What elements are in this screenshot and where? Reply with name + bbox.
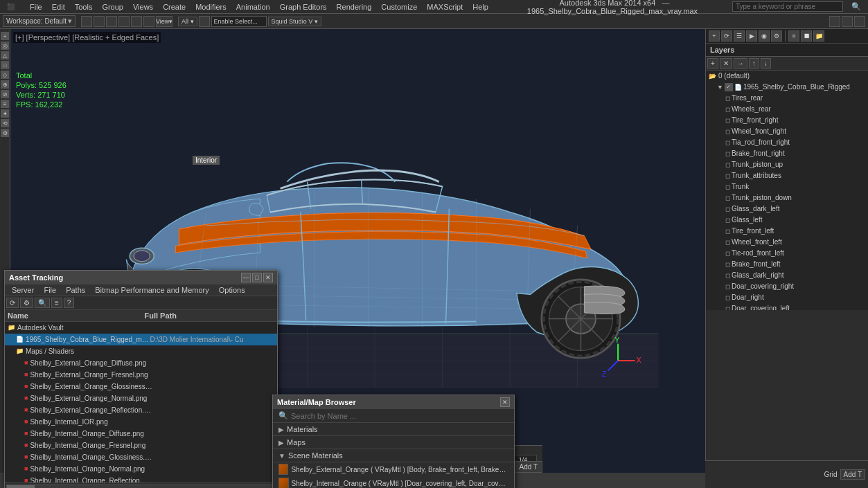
new-layer-button[interactable]: + — [707, 58, 718, 69]
menu-customize[interactable]: Customize — [377, 3, 421, 11]
scene-material-item[interactable]: Shelby_Internal_Orange ( VRayMtl ) [Doar… — [273, 476, 514, 488]
layer-item[interactable]: ◻Wheel_front_left — [706, 237, 868, 248]
move-to-layer-button[interactable]: → — [734, 58, 747, 69]
layer-item[interactable]: ◻Brake_front_left — [706, 259, 868, 270]
left-icon-5[interactable]: ◇ — [1, 71, 9, 79]
motion-icon[interactable]: ▶ — [746, 30, 757, 42]
asset-scroll-track[interactable] — [6, 485, 276, 489]
utilities-icon[interactable]: ⚙ — [771, 30, 782, 42]
asset-menu-bitmap[interactable]: Bitmap Performance and Memory — [91, 285, 213, 295]
display-icon[interactable]: ◉ — [759, 30, 770, 42]
filter-dropdown[interactable]: All ▾ — [178, 17, 197, 26]
left-icon-2[interactable]: ◎ — [1, 42, 9, 50]
layer-item[interactable]: ◻Wheel_front_right — [706, 126, 868, 137]
maps-section[interactable]: ▶ Maps — [273, 436, 514, 449]
material-search-input[interactable] — [291, 412, 508, 420]
layer-item[interactable]: ◻Glass_left — [706, 215, 868, 226]
menu-tools[interactable]: Tools — [71, 3, 97, 11]
asset-menu-options[interactable]: Options — [215, 285, 249, 295]
menu-rendering[interactable]: Rendering — [333, 3, 376, 11]
scene-material-item[interactable]: Shelby_External_Orange ( VRayMtl ) [Body… — [273, 462, 514, 476]
asset-list-item[interactable]: ■ Shelby_Internal_Orange_Glossiness.png — [5, 451, 277, 463]
layer-item[interactable]: ◻Wheels_rear — [706, 104, 868, 115]
menu-animation[interactable]: Animation — [232, 3, 274, 11]
layer-item[interactable]: ◻Brake_front_right — [706, 148, 868, 159]
layer-item[interactable]: ◻Glass_dark_left — [706, 204, 868, 215]
layer-item[interactable]: ◻Tire_front_right — [706, 115, 868, 126]
asset-list-item[interactable]: 📁 Maps / Shaders — [5, 345, 277, 357]
asset-settings-button[interactable]: ⚙ — [20, 298, 33, 308]
menu-maxscript[interactable]: MAXScript — [423, 3, 467, 11]
redo-icon[interactable] — [94, 16, 105, 27]
layer-item[interactable]: ◻Glass_dark_right — [706, 270, 868, 281]
asset-horizontal-scrollbar[interactable] — [5, 482, 277, 488]
layer-item[interactable]: ◻Trunk_attributes — [706, 170, 868, 181]
left-icon-1[interactable]: + — [1, 32, 9, 40]
move-icon[interactable] — [118, 16, 130, 27]
scene-icon[interactable]: 🔲 — [801, 30, 812, 42]
select-icon[interactable] — [106, 16, 117, 27]
left-icon-8[interactable]: ≡ — [1, 100, 9, 108]
undo-icon[interactable] — [81, 16, 92, 27]
asset-menu-paths[interactable]: Paths — [62, 285, 89, 295]
material-close-button[interactable]: ✕ — [500, 397, 510, 407]
layer-item[interactable]: ◻Tia_rod_front_right — [706, 137, 868, 148]
menu-group[interactable]: Group — [98, 3, 127, 11]
menu-graph-editors[interactable]: Graph Editors — [276, 3, 331, 11]
left-icon-3[interactable]: △ — [1, 51, 9, 60]
asset-minimize-button[interactable]: — — [241, 273, 251, 282]
left-icon-6[interactable]: ⊕ — [1, 80, 9, 89]
asset-maximize-button[interactable]: □ — [252, 273, 262, 282]
asset-find-button[interactable]: 🔍 — [35, 298, 50, 308]
layer-item[interactable]: ▼✓📄1965_Shelby_Cobra_Blue_Rigged — [706, 82, 868, 93]
layer-item[interactable]: ◻Trunk_piston_down — [706, 192, 868, 204]
asset-menu-server[interactable]: Server — [8, 285, 38, 295]
select-filter-input[interactable]: Enable Select... — [211, 16, 267, 27]
left-icon-11[interactable]: ⚙ — [1, 129, 9, 137]
modify-icon[interactable]: ⟳ — [721, 30, 732, 42]
asset-options-button[interactable]: ≡ — [51, 298, 62, 308]
delete-layer-button[interactable]: ✕ — [720, 58, 732, 69]
scale-icon[interactable] — [143, 16, 154, 27]
asset-help-button[interactable]: ? — [64, 298, 75, 308]
asset-list-item[interactable]: ■ Shelby_Internal_Orange_Reflection.png — [5, 475, 277, 482]
asset-list-item[interactable]: ■ Shelby_Internal_Orange_Diffuse.png — [5, 428, 277, 440]
layer-item[interactable]: ◻Doar_covering_left — [706, 303, 868, 310]
asset-list-item[interactable]: ■ Shelby_External_Orange_Glossiness.png — [5, 381, 277, 392]
workspace-dropdown[interactable]: Workspace: Default ▾ — [3, 15, 76, 27]
move-up-button[interactable]: ↑ — [749, 58, 759, 69]
layer-item[interactable]: 📂0 (default) — [706, 71, 868, 82]
asset-list-item[interactable]: 📄 1965_Shelby_Cobra_Blue_Rigged_max_vray… — [5, 334, 277, 345]
menu-edit[interactable]: Edit — [48, 3, 69, 11]
asset-close-button[interactable]: ✕ — [263, 273, 273, 282]
layer-item[interactable]: ◻Tire_front_left — [706, 226, 868, 237]
left-icon-4[interactable]: □ — [1, 61, 9, 69]
asset-list-item[interactable]: ■ Shelby_External_Orange_Normal.png — [5, 392, 277, 404]
add-time-button[interactable]: Add T — [515, 461, 543, 473]
menu-modifiers[interactable]: Modifiers — [191, 3, 231, 11]
menu-help[interactable]: Help — [468, 3, 493, 11]
asset-refresh-button[interactable]: ⟳ — [6, 298, 19, 308]
layer-item[interactable]: ◻Trunk — [706, 181, 868, 192]
filter-icon[interactable] — [199, 16, 210, 27]
layer-icon[interactable]: ≡ — [788, 30, 799, 42]
materials-section[interactable]: ▶ Materials — [273, 423, 514, 436]
layer-item[interactable]: ◻Doar_right — [706, 292, 868, 303]
settings-icon[interactable] — [854, 16, 865, 27]
search-input[interactable] — [732, 1, 843, 12]
asset-list-item[interactable]: 📁 Autodesk Vault — [5, 322, 277, 334]
add-time-button-br[interactable]: Add T — [840, 469, 866, 480]
asset-list-item[interactable]: ■ Shelby_External_Orange_Reflection.png — [5, 404, 277, 416]
scene-materials-section[interactable]: ▼ Scene Materials — [273, 449, 514, 462]
left-icon-10[interactable]: ⟲ — [1, 119, 9, 127]
squid-dropdown[interactable]: Squid Studio V ▾ — [268, 17, 321, 26]
layer-vis-checkbox[interactable]: ✓ — [725, 83, 733, 91]
left-icon-9[interactable]: ✦ — [1, 109, 9, 118]
menu-create[interactable]: Create — [159, 3, 190, 11]
layer-item[interactable]: ◻Doar_covering_right — [706, 281, 868, 292]
menu-views[interactable]: Views — [129, 3, 157, 11]
move-down-button[interactable]: ↓ — [761, 58, 771, 69]
explorer-icon[interactable]: 📁 — [813, 30, 824, 42]
asset-list-item[interactable]: ■ Shelby_Internal_IOR.png — [5, 416, 277, 428]
asset-scroll-thumb[interactable] — [7, 485, 35, 489]
